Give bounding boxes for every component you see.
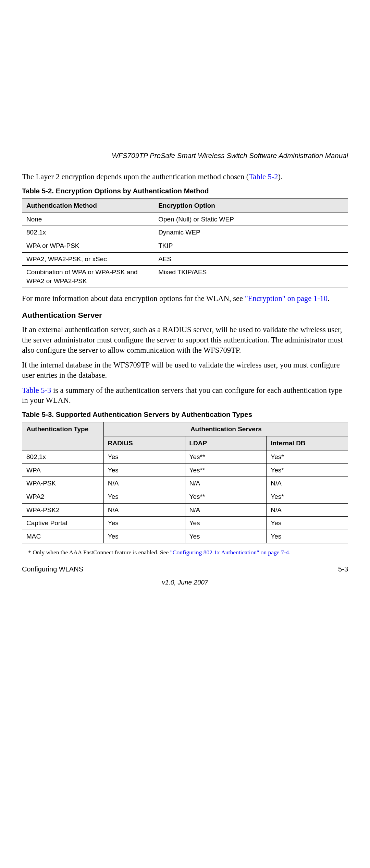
footer-section: Configuring WLANS: [22, 565, 83, 573]
column-header: RADIUS: [103, 436, 185, 450]
table-row: Captive PortalYesYesYes: [22, 517, 348, 530]
auth-server-para-1: If an external authentication server, su…: [22, 325, 348, 355]
table-5-3: Authentication Type Authentication Serve…: [22, 422, 348, 543]
link-encryption[interactable]: "Encryption" on page 1-10: [245, 294, 328, 303]
table-cell: WPA or WPA-PSK: [22, 239, 154, 252]
table-cell: WPA: [22, 463, 104, 477]
table-cell: Yes**: [185, 450, 267, 464]
table-5-3-lead-in: Table 5-3 is a summary of the authentica…: [22, 385, 348, 406]
table-cell: Yes**: [185, 463, 267, 477]
text: .: [289, 549, 290, 556]
column-header: Internal DB: [267, 436, 348, 450]
table-cell: Open (Null) or Static WEP: [154, 213, 348, 226]
table-row: Authentication Method Encryption Option: [22, 198, 348, 213]
table-5-2-body: NoneOpen (Null) or Static WEP802.1xDynam…: [22, 213, 348, 288]
column-header: Encryption Option: [154, 198, 348, 213]
table-cell: AES: [154, 252, 348, 266]
table-cell: 802.1x: [22, 226, 154, 239]
table-cell: Yes*: [267, 490, 348, 503]
table-5-2: Authentication Method Encryption Option …: [22, 198, 348, 288]
column-header-auth-type: Authentication Type: [22, 422, 104, 450]
column-header: LDAP: [185, 436, 267, 450]
table-row: 802.1xDynamic WEP: [22, 226, 348, 239]
table-row: MACYesYesYes: [22, 530, 348, 543]
column-header-auth-servers: Authentication Servers: [103, 422, 348, 436]
link-table-5-3[interactable]: Table 5-3: [22, 386, 51, 395]
table-row: WPA-PSK2N/AN/AN/A: [22, 503, 348, 517]
text: * Only when the AAA FastConnect feature …: [28, 549, 170, 556]
table-cell: Combination of WPA or WPA-PSK and WPA2 o…: [22, 266, 154, 288]
table-cell: Mixed TKIP/AES: [154, 266, 348, 288]
table-cell: N/A: [185, 503, 267, 517]
table-cell: Yes**: [185, 490, 267, 503]
table-cell: Yes: [185, 530, 267, 543]
table-5-3-body: 802,1xYesYes**Yes*WPAYesYes**Yes*WPA-PSK…: [22, 450, 348, 543]
table-row: Combination of WPA or WPA-PSK and WPA2 o…: [22, 266, 348, 288]
table-cell: Dynamic WEP: [154, 226, 348, 239]
running-header: WFS709TP ProSafe Smart Wireless Switch S…: [22, 152, 348, 162]
table-cell: Yes: [185, 517, 267, 530]
table-cell: Yes: [267, 530, 348, 543]
text: For more information about data encrypti…: [22, 294, 245, 303]
table-5-2-caption: Table 5-2. Encryption Options by Authent…: [22, 187, 348, 195]
table-cell: Yes: [267, 517, 348, 530]
table-cell: Yes: [103, 450, 185, 464]
table-row: WPA2YesYes**Yes*: [22, 490, 348, 503]
table-cell: Yes: [103, 490, 185, 503]
table-cell: N/A: [103, 477, 185, 490]
table-row: WPA2, WPA2-PSK, or xSecAES: [22, 252, 348, 266]
version-line: v1.0, June 2007: [22, 579, 348, 586]
table-cell: Yes: [103, 517, 185, 530]
table-5-3-caption: Table 5-3. Supported Authentication Serv…: [22, 410, 348, 419]
table-cell: WPA2: [22, 490, 104, 503]
table-cell: N/A: [267, 477, 348, 490]
intro-paragraph: The Layer 2 encryption depends upon the …: [22, 172, 348, 182]
text: is a summary of the authentication serve…: [22, 386, 342, 405]
document-page: WFS709TP ProSafe Smart Wireless Switch S…: [22, 152, 348, 586]
text: The Layer 2 encryption depends upon the …: [22, 172, 249, 181]
heading-authentication-server: Authentication Server: [22, 311, 348, 320]
table-cell: Yes*: [267, 450, 348, 464]
table-cell: None: [22, 213, 154, 226]
page-footer: Configuring WLANS 5-3: [22, 563, 348, 573]
link-table-5-2[interactable]: Table 5-2: [249, 172, 278, 181]
link-configuring-8021x[interactable]: "Configuring 802.1x Authentication" on p…: [170, 549, 289, 556]
table-cell: N/A: [267, 503, 348, 517]
table-row: 802,1xYesYes**Yes*: [22, 450, 348, 464]
footer-page-number: 5-3: [338, 565, 348, 573]
table-row: WPA or WPA-PSKTKIP: [22, 239, 348, 252]
table-cell: Yes*: [267, 463, 348, 477]
footnote: * Only when the AAA FastConnect feature …: [28, 549, 348, 556]
table-cell: N/A: [103, 503, 185, 517]
table-cell: Yes: [103, 463, 185, 477]
table-cell: Captive Portal: [22, 517, 104, 530]
table-cell: WPA-PSK2: [22, 503, 104, 517]
table-cell: MAC: [22, 530, 104, 543]
table-row: WPAYesYes**Yes*: [22, 463, 348, 477]
text: ).: [278, 172, 283, 181]
table-row: WPA-PSKN/AN/AN/A: [22, 477, 348, 490]
table-cell: TKIP: [154, 239, 348, 252]
table-cell: Yes: [103, 530, 185, 543]
table-cell: WPA2, WPA2-PSK, or xSec: [22, 252, 154, 266]
text: .: [328, 294, 330, 303]
more-info-paragraph: For more information about data encrypti…: [22, 293, 348, 304]
table-cell: 802,1x: [22, 450, 104, 464]
table-row: NoneOpen (Null) or Static WEP: [22, 213, 348, 226]
table-row: Authentication Type Authentication Serve…: [22, 422, 348, 436]
table-cell: WPA-PSK: [22, 477, 104, 490]
column-header: Authentication Method: [22, 198, 154, 213]
auth-server-para-2: If the internal database in the WFS709TP…: [22, 360, 348, 380]
table-cell: N/A: [185, 477, 267, 490]
